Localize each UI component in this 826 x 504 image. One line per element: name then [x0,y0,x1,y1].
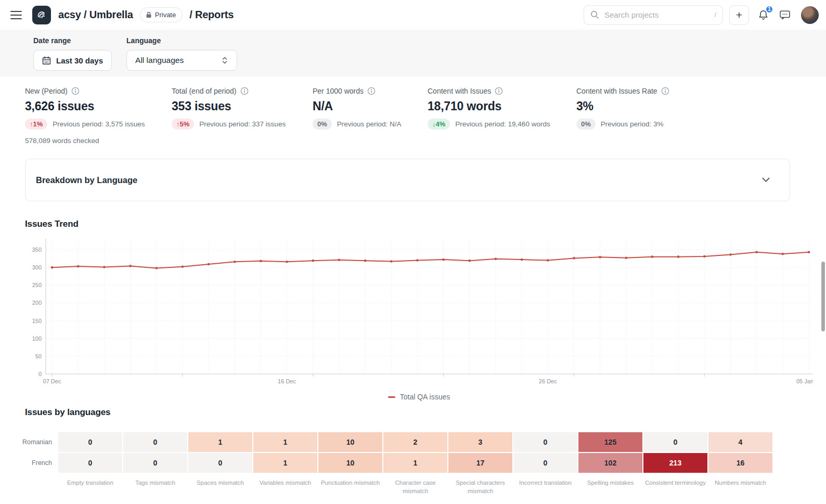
info-icon[interactable] [367,87,376,95]
heatmap-cell: 213 [643,453,707,473]
create-new-button[interactable]: + [729,5,749,25]
privacy-badge-label: Private [155,11,176,19]
stat-previous: Previous period: 337 issues [199,120,286,128]
info-icon[interactable] [71,87,80,95]
heatmap-cell: 2 [383,432,447,452]
privacy-badge: Private [140,7,183,22]
language-select[interactable]: All languages [126,50,237,71]
heatmap-cell: 0 [643,432,707,452]
app-logo[interactable] [32,6,51,24]
heatmap-column-label: Character case mismatch [383,474,447,495]
search-input[interactable] [603,10,710,20]
date-range-filter: Date range Last 30 days [33,36,112,76]
navbar-actions: / + 1 [584,5,819,25]
heatmap-cell: 0 [123,432,187,452]
date-range-button[interactable]: Last 30 days [33,50,112,71]
heatmap-column-label: Special characters mismatch [448,474,512,495]
logo-swirl-icon [36,9,47,21]
chat-icon [779,9,791,20]
breadcrumb-project[interactable]: acsy / Umbrella [58,9,133,21]
issues-trend-heading: Issues Trend [25,219,826,229]
stat-value: N/A [313,99,428,113]
heatmap-column-label: Numbers mismatch [708,474,772,495]
svg-text:50: 50 [35,353,42,359]
info-icon[interactable] [661,87,669,95]
stat-new-period: New (Period) 3,626 issues ↑1%Previous pe… [25,87,172,145]
date-range-value: Last 30 days [56,56,103,65]
heatmap-cell: 1 [253,432,317,452]
stat-previous: Previous period: 19,460 words [455,120,550,128]
svg-text:250: 250 [32,282,42,288]
svg-text:05 Jan: 05 Jan [796,378,813,384]
heatmap-cell: 0 [513,453,577,473]
sort-arrows-icon [221,56,228,64]
heatmap-cell: 3 [448,432,512,452]
breakdown-by-language-panel[interactable]: Breakdown by Language [25,159,790,201]
calendar-icon [42,56,51,65]
stat-label: Total (end of period) [172,87,237,95]
heatmap-corner-spacer [25,474,57,495]
svg-text:0: 0 [38,371,42,377]
svg-text:150: 150 [32,318,42,324]
stat-label: Content with Issues Rate [576,87,657,95]
stat-value: 3,626 issues [25,99,172,113]
language-label: Language [126,36,237,45]
stat-change-badge: 0% [576,119,596,130]
heatmap-cell: 1 [383,453,447,473]
breakdown-title: Breakdown by Language [36,175,137,185]
heatmap-cell: 10 [318,453,382,473]
feedback-button[interactable] [777,7,793,23]
stat-total-end-of-period: Total (end of period) 353 issues ↑5%Prev… [172,87,313,145]
top-navbar: acsy / Umbrella Private / Reports / + 1 [0,0,826,30]
words-checked-note: 578,089 words checked [25,137,172,145]
notifications-button[interactable]: 1 [755,7,771,23]
stats-row: New (Period) 3,626 issues ↑1%Previous pe… [0,76,826,145]
stat-per-1000-words: Per 1000 words N/A 0%Previous period: N/… [313,87,428,145]
info-icon[interactable] [495,87,503,95]
stat-change-badge: 0% [313,119,332,130]
chart-legend[interactable]: Total QA issues [25,393,813,401]
heatmap-cell: 16 [708,453,772,473]
lock-icon [146,11,152,18]
heatmap-row-label: French [25,453,57,473]
heatmap-cell: 0 [513,432,577,452]
vertical-scrollbar[interactable] [821,262,825,331]
heatmap-cell: 102 [578,453,642,473]
search-box[interactable]: / [584,5,723,25]
heatmap-cell: 0 [58,453,122,473]
heatmap-column-label: Tags mismatch [123,474,187,495]
date-range-label: Date range [33,36,112,45]
search-icon [590,10,599,19]
menu-icon[interactable] [10,11,22,19]
stat-label: New (Period) [25,87,68,95]
issues-trend-chart: 05010015020025030035007 Dec16 Dec26 Dec0… [25,236,813,387]
language-filter: Language All languages [126,36,237,76]
heatmap-cell: 1 [253,453,317,473]
user-avatar[interactable] [801,6,819,24]
filter-bar: Date range Last 30 days Language All lan… [0,30,826,76]
heatmap-cell: 125 [578,432,642,452]
issues-by-languages-heading: Issues by languages [25,407,826,418]
legend-swatch [388,396,395,398]
svg-text:300: 300 [32,264,42,270]
notification-count-badge: 1 [765,5,773,14]
stat-change-badge: ↑1% [25,119,47,130]
stat-label: Per 1000 words [313,87,364,95]
heatmap-column-label: Incorrect translation [513,474,577,495]
heatmap-cell: 0 [58,432,122,452]
line-chart-svg: 05010015020025030035007 Dec16 Dec26 Dec0… [25,236,813,387]
info-icon[interactable] [240,87,249,95]
heatmap-cell: 10 [318,432,382,452]
heatmap-cell: 4 [708,432,772,452]
svg-text:26 Dec: 26 Dec [539,378,557,384]
svg-text:07 Dec: 07 Dec [43,378,61,384]
language-value: All languages [135,56,184,65]
stat-change-badge: ↓4% [428,119,450,130]
heatmap-column-label: Empty translation [58,474,122,495]
heatmap-column-label: Punctuation mismatch [318,474,382,495]
stat-value: 18,710 words [428,99,576,113]
heatmap-cell: 1 [188,432,252,452]
heatmap-column-label: Spaces mismatch [188,474,252,495]
heatmap-cell: 0 [188,453,252,473]
search-shortcut-hint: / [714,11,716,19]
